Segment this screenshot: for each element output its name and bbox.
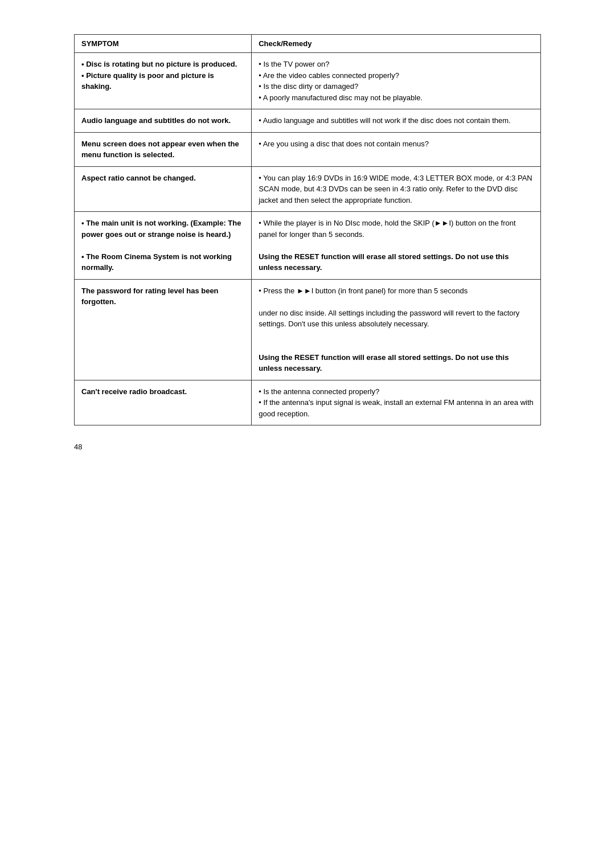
symptom-text: Menu screen does not appear even when th…	[81, 140, 239, 159]
symptom-cell: Can't receive radio broadcast.	[75, 380, 252, 425]
symptom-text: • Disc is rotating but no picture is pro…	[81, 60, 237, 91]
table-row: Audio language and subtitles do not work…	[75, 109, 541, 133]
remedy-header: Check/Remedy	[252, 35, 541, 53]
remedy-text: • You can play 16:9 DVDs in 16:9 WIDE mo…	[259, 174, 532, 204]
symptom-cell: Aspect ratio cannot be changed.	[75, 166, 252, 212]
symptom-text: • The main unit is not working. (Example…	[81, 219, 241, 272]
symptom-text: Can't receive radio broadcast.	[81, 387, 187, 396]
symptom-cell: • The main unit is not working. (Example…	[75, 212, 252, 280]
symptom-text: The password for rating level has been f…	[81, 286, 219, 306]
symptom-header: SYMPTOM	[75, 35, 252, 53]
remedy-cell: • You can play 16:9 DVDs in 16:9 WIDE mo…	[252, 166, 541, 212]
remedy-text: • Is the TV power on?• Are the video cab…	[259, 60, 423, 102]
table-row: Can't receive radio broadcast. • Is the …	[75, 380, 541, 425]
remedy-cell: • Press the ►►I button (in front panel) …	[252, 279, 541, 380]
remedy-cell: • Are you using a disc that does not con…	[252, 132, 541, 166]
page-container: SYMPTOM Check/Remedy • Disc is rotating …	[74, 34, 541, 451]
remedy-cell: • Is the TV power on?• Are the video cab…	[252, 53, 541, 109]
remedy-text: • Are you using a disc that does not con…	[259, 140, 429, 148]
symptom-cell: Audio language and subtitles do not work…	[75, 109, 252, 133]
remedy-cell: • While the player is in No DIsc mode, h…	[252, 212, 541, 280]
remedy-text: • Audio language and subtitles will not …	[259, 116, 510, 125]
troubleshooting-table: SYMPTOM Check/Remedy • Disc is rotating …	[74, 34, 541, 425]
symptom-cell: • Disc is rotating but no picture is pro…	[75, 53, 252, 109]
symptom-text: Audio language and subtitles do not work…	[81, 116, 231, 125]
remedy-text-bold: Using the RESET function will erase all …	[259, 252, 509, 272]
table-row: The password for rating level has been f…	[75, 279, 541, 380]
table-row: • The main unit is not working. (Example…	[75, 212, 541, 280]
table-row: Aspect ratio cannot be changed. • You ca…	[75, 166, 541, 212]
symptom-text: Aspect ratio cannot be changed.	[81, 174, 196, 182]
symptom-cell: Menu screen does not appear even when th…	[75, 132, 252, 166]
remedy-cell: • Is the antenna connected properly?• If…	[252, 380, 541, 425]
remedy-text-bold: Using the RESET function will erase all …	[259, 353, 509, 373]
remedy-text: • Is the antenna connected properly?• If…	[259, 387, 534, 418]
symptom-cell: The password for rating level has been f…	[75, 279, 252, 380]
page-number: 48	[74, 443, 541, 451]
remedy-text: • While the player is in No DIsc mode, h…	[259, 219, 515, 239]
table-row: • Disc is rotating but no picture is pro…	[75, 53, 541, 109]
table-row: Menu screen does not appear even when th…	[75, 132, 541, 166]
remedy-text: • Press the ►►I button (in front panel) …	[259, 286, 519, 329]
remedy-cell: • Audio language and subtitles will not …	[252, 109, 541, 133]
